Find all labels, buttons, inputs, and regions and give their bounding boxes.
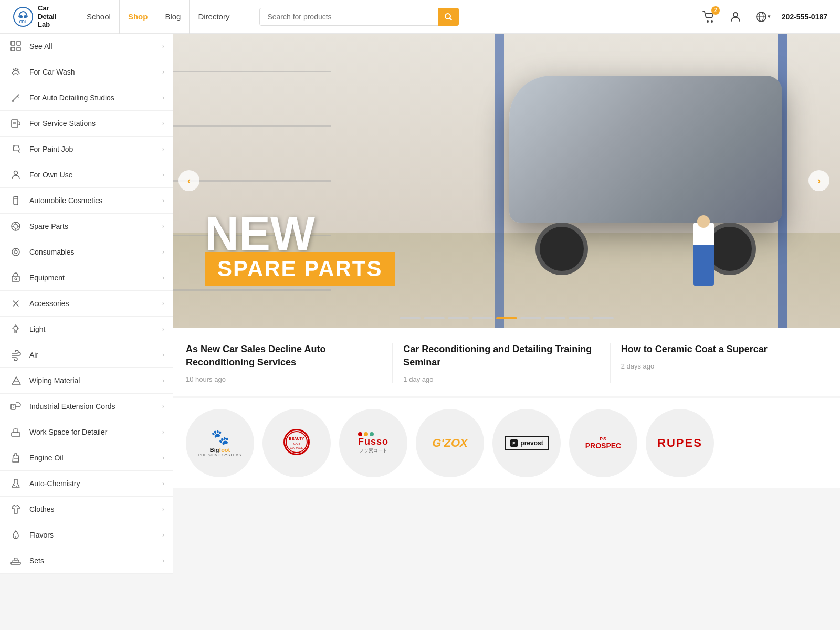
svg-point-7	[711, 20, 713, 23]
brand-beauty[interactable]: BEAUTY CAR GARAGE	[262, 409, 331, 477]
sidebar-label-sets: Sets	[29, 556, 156, 565]
svg-rect-59	[14, 558, 17, 560]
search-button[interactable]	[438, 8, 459, 26]
logo[interactable]: CDL CarDetailLab	[13, 4, 65, 29]
sidebar-arrow-detailing: ›	[162, 94, 164, 101]
sidebar: See All › For Car Wash ›	[0, 34, 173, 574]
sidebar-item-paint-job[interactable]: For Paint Job ›	[0, 136, 173, 162]
hero-slider: NEW SPARE PARTS ‹ ›	[173, 34, 840, 328]
sidebar-arrow-car-wash: ›	[162, 68, 164, 76]
consumables-icon	[8, 245, 23, 259]
prospec-name: PROSPEC	[585, 442, 621, 450]
sidebar-label-clothes: Clothes	[29, 505, 156, 513]
sidebar-arrow-accessories: ›	[162, 300, 164, 307]
sidebar-label-chemistry: Auto-Chemistry	[29, 479, 156, 488]
news-item-2[interactable]: Car Reconditioning and Detailing Trainin…	[393, 343, 610, 383]
sidebar-item-extension-cords[interactable]: Industrial Extension Cords ›	[0, 394, 173, 419]
hero-spare-badge: SPARE PARTS	[205, 252, 395, 286]
sidebar-item-detailing[interactable]: For Auto Detailing Studios ›	[0, 85, 173, 111]
hero-dot-4[interactable]	[472, 317, 493, 319]
sidebar-item-sets[interactable]: Sets ›	[0, 548, 173, 574]
sidebar-item-flavors[interactable]: Flavors ›	[0, 522, 173, 548]
sidebar-item-own-use[interactable]: For Own Use ›	[0, 162, 173, 188]
nav-shop[interactable]: Shop	[120, 0, 157, 34]
svg-rect-14	[11, 47, 15, 51]
sidebar-item-air[interactable]: Air ›	[0, 342, 173, 368]
hero-dot-2[interactable]	[424, 317, 445, 319]
nav-school[interactable]: School	[78, 0, 120, 34]
hero-dot-6[interactable]	[520, 317, 541, 319]
hero-prev-button[interactable]: ‹	[178, 170, 200, 191]
cart-button[interactable]: 2	[702, 9, 717, 24]
news-time-3: 2 days ago	[621, 362, 817, 370]
svg-point-24	[14, 171, 18, 175]
sidebar-item-consumables[interactable]: Consumables ›	[0, 239, 173, 265]
cord-icon	[8, 399, 23, 414]
sidebar-arrow-flavors: ›	[162, 531, 164, 539]
hero-dots	[400, 317, 614, 319]
fusso-coat-text: フッ素コート	[358, 447, 388, 454]
brand-gzox[interactable]: G'ZOX	[416, 409, 484, 477]
sidebar-label-see-all: See All	[29, 42, 156, 50]
sidebar-item-accessories[interactable]: Accessories ›	[0, 291, 173, 317]
sets-icon	[8, 553, 23, 568]
hero-next-button[interactable]: ›	[808, 170, 830, 191]
hero-dot-7[interactable]	[544, 317, 565, 319]
prevost-logo: P prevost	[505, 436, 548, 450]
sidebar-item-cosmetics[interactable]: Automobile Cosmetics ›	[0, 188, 173, 214]
svg-line-5	[450, 18, 452, 20]
hero-dot-8[interactable]	[569, 317, 590, 319]
hero-dot-3[interactable]	[448, 317, 469, 319]
sidebar-item-wiping[interactable]: Wiping Material ›	[0, 368, 173, 394]
car-body	[509, 76, 782, 223]
brand-prospec[interactable]: PS PROSPEC	[569, 409, 637, 477]
news-item-1[interactable]: As New Car Sales Decline Auto Reconditio…	[186, 343, 393, 383]
nav-directory[interactable]: Directory	[190, 0, 238, 34]
hero-dot-1[interactable]	[400, 317, 421, 319]
sidebar-arrow-extension-cords: ›	[162, 403, 164, 410]
svg-text:CDL: CDL	[19, 20, 27, 24]
hero-dot-5[interactable]	[496, 317, 517, 319]
main-layout: See All › For Car Wash ›	[0, 34, 840, 574]
brand-prevost[interactable]: P prevost	[492, 409, 561, 477]
brand-rupes[interactable]: RUPES	[646, 409, 714, 477]
gzox-logo-text: G'ZOX	[432, 436, 468, 450]
wiping-icon	[8, 373, 23, 388]
sidebar-item-engine-oil[interactable]: Engine Oil ›	[0, 445, 173, 471]
sidebar-item-equipment[interactable]: Equipment ›	[0, 265, 173, 291]
svg-rect-48	[12, 433, 20, 436]
lift-pillar-left	[495, 34, 504, 328]
sidebar-item-light[interactable]: Light ›	[0, 317, 173, 342]
sidebar-item-spare-parts[interactable]: Spare Parts ›	[0, 214, 173, 239]
svg-point-39	[14, 326, 18, 330]
hero-spare-text: SPARE PARTS	[217, 256, 382, 281]
sidebar-arrow-paint-job: ›	[162, 145, 164, 153]
svg-rect-20	[12, 120, 18, 127]
sidebar-arrow-see-all: ›	[162, 43, 164, 50]
bigfoot-brand-name: Bigfoot	[210, 447, 230, 453]
sidebar-item-see-all[interactable]: See All ›	[0, 34, 173, 59]
brand-bigfoot[interactable]: 🐾 Bigfoot POLISHING SYSTEMS	[186, 409, 254, 477]
content-area: NEW SPARE PARTS ‹ ›	[173, 34, 840, 574]
language-button[interactable]: ▾	[754, 8, 771, 25]
sidebar-arrow-engine-oil: ›	[162, 454, 164, 461]
brand-fusso[interactable]: Fusso フッ素コート	[339, 409, 407, 477]
beauty-logo: BEAUTY CAR GARAGE	[284, 429, 310, 457]
beauty-emblem: BEAUTY CAR GARAGE	[284, 429, 310, 455]
air-icon	[8, 348, 23, 362]
sidebar-arrow-service-stations: ›	[162, 120, 164, 127]
search-input[interactable]	[259, 8, 459, 26]
fusso-text: Fusso	[358, 436, 388, 447]
sidebar-item-workspace[interactable]: Work Space for Detailer ›	[0, 419, 173, 445]
sidebar-item-service-stations[interactable]: For Service Stations ›	[0, 111, 173, 136]
news-item-3[interactable]: How to Ceramic Coat a Supercar 2 days ag…	[611, 343, 827, 383]
user-button[interactable]	[727, 8, 744, 25]
sidebar-item-clothes[interactable]: Clothes ›	[0, 497, 173, 522]
sidebar-item-chemistry[interactable]: Auto-Chemistry ›	[0, 471, 173, 497]
hero-dot-9[interactable]	[593, 317, 614, 319]
sidebar-arrow-sets: ›	[162, 557, 164, 564]
search-icon	[444, 13, 453, 21]
sidebar-item-car-wash[interactable]: For Car Wash ›	[0, 59, 173, 85]
nav-blog[interactable]: Blog	[156, 0, 190, 34]
search-bar	[259, 8, 459, 26]
